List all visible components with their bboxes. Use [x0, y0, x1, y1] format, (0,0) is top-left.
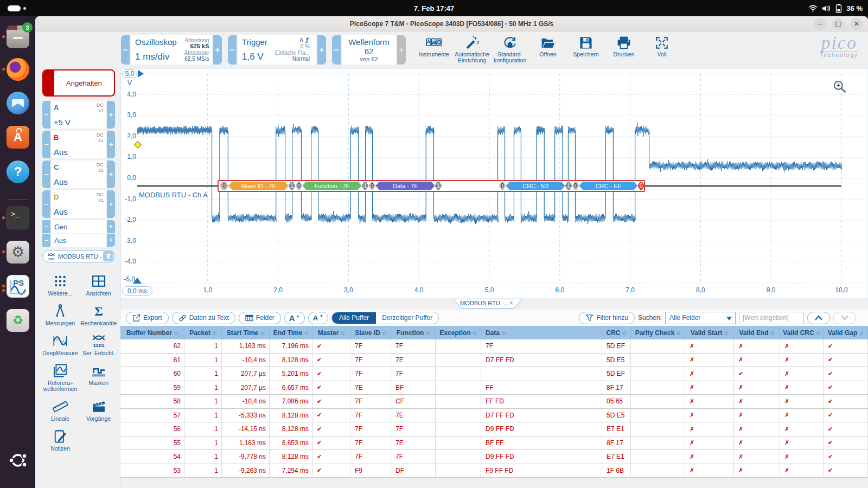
table-row[interactable]: 54 1 -9,778 ns 8,128 ms ✔ 7F 7F D9 FF FD… [120, 450, 868, 464]
timebase-value[interactable]: 1 ms/div [135, 52, 177, 62]
channel-minus-button[interactable]: − [42, 190, 50, 218]
trigger-time-marker-icon[interactable] [133, 278, 142, 284]
search-prev-button[interactable] [807, 312, 830, 324]
sidebar-tool-button[interactable]: Lineale [42, 399, 78, 422]
decoded-packet[interactable]: 0 [637, 182, 644, 190]
table-header-cell[interactable]: Start Time ◇ [222, 326, 270, 339]
gen-plus-button[interactable]: + [107, 220, 115, 233]
workspace-indicator[interactable] [8, 0, 26, 16]
decoder-chip[interactable]: MODBUS RTU - C [42, 250, 115, 262]
decoded-packet[interactable]: 1 [288, 182, 295, 190]
decoded-packet[interactable]: 0 [295, 182, 302, 190]
waveform-prev-button[interactable]: − [332, 35, 341, 65]
decoded-packet[interactable]: 0 [220, 182, 228, 190]
gen-state-minus-button[interactable]: − [42, 234, 50, 247]
zoom-tool-icon[interactable] [833, 80, 847, 94]
data-to-text-button[interactable]: Daten zu Text [172, 312, 235, 324]
decoded-packet[interactable]: 1 [435, 182, 442, 190]
generator-card[interactable]: − Gen + − Aus + [42, 220, 115, 247]
all-buffers-button[interactable]: Alle Puffer [332, 312, 376, 324]
table-header-cell[interactable]: Buffer Number ◇ [120, 326, 184, 339]
trigger-minus-button[interactable]: − [228, 35, 237, 65]
toolbar-action-button[interactable]: Speichern [567, 36, 605, 57]
table-header-cell[interactable]: Valid Start ◇ [685, 326, 734, 339]
channel-a-marker-icon[interactable] [138, 70, 144, 78]
maximize-button[interactable]: ▢ [832, 18, 844, 30]
close-button[interactable]: ✕ [851, 18, 863, 30]
table-header-cell[interactable]: Valid End ◇ [734, 326, 780, 339]
channel-minus-button[interactable]: − [42, 131, 50, 158]
channel-plus-button[interactable]: + [107, 101, 115, 129]
sidebar-tool-button[interactable]: Referenz-wellenformen [42, 363, 78, 392]
table-row[interactable]: 61 1 -10,4 ns 8,128 ms ✔ 7F 7E D7 FF FD … [120, 354, 868, 368]
dock-item-thunderbird[interactable] [7, 92, 29, 114]
scope-plus-button[interactable]: + [213, 35, 222, 65]
channel-plus-button[interactable]: + [107, 160, 115, 188]
dock-item-show-apps[interactable] [7, 449, 29, 472]
table-header-cell[interactable]: Exception ◇ [436, 326, 481, 339]
channel-range[interactable]: Aus [54, 177, 68, 187]
search-next-button[interactable] [833, 312, 856, 324]
table-row[interactable]: 57 1 -5,333 ns 8,128 ms ✔ 7F 7E D7 FF FD… [120, 409, 868, 423]
gen-minus-button[interactable]: − [42, 220, 50, 233]
channel-card[interactable]: − B DCx1 Aus + [42, 131, 115, 158]
decode-packet-band[interactable]: 0 Slave ID - 7F 1 0 [218, 180, 645, 192]
decoded-packet[interactable] [442, 182, 499, 190]
dock-item-settings[interactable]: ⚙ [7, 241, 29, 264]
table-row[interactable]: 58 1 -10,4 ns 7,086 ms ✔ 7F CF FF FD 05 … [120, 395, 868, 409]
toolbar-action-button[interactable]: Voll [643, 36, 681, 57]
decoded-packet[interactable]: Function - 7F [302, 182, 361, 190]
decoded-packet[interactable]: 0 [499, 182, 506, 190]
toolbar-action-button[interactable]: Automatische Einrichtung [453, 36, 491, 63]
dock-item-firefox[interactable] [7, 58, 29, 81]
dock-item-help[interactable]: ? [7, 160, 29, 183]
channel-range[interactable]: Aus [54, 207, 68, 216]
sidebar-tool-button[interactable]: Masken [80, 363, 117, 392]
dock-item-trash[interactable]: ♻ [7, 309, 29, 332]
toolbar-action-button[interactable]: Drucken [605, 36, 643, 57]
table-header-cell[interactable]: CRC ◇ [602, 326, 631, 339]
oscilloscope-panel[interactable]: − Oszilloskop 1 ms/div Abtastung 625 kS … [121, 35, 222, 65]
table-row[interactable]: 53 1 -9,263 ns 7,294 ms ✔ F9 DF F9 FF FD… [120, 464, 868, 478]
decoded-packet[interactable]: CRC - 5D [506, 182, 565, 190]
y-axis-top-handle[interactable]: 5,0 [122, 69, 137, 78]
channel-card[interactable]: − D DCx1 Aus + [42, 190, 115, 218]
sidebar-tool-button[interactable]: Messungen [42, 304, 78, 326]
scope-minus-button[interactable]: − [121, 35, 130, 65]
dock-item-picoscope[interactable]: PS [7, 275, 29, 298]
decoded-packet[interactable]: 0 [368, 182, 375, 190]
search-input[interactable] [739, 312, 804, 324]
decoded-packet[interactable]: CRC - EF [579, 182, 638, 190]
waveform-next-button[interactable]: + [397, 35, 406, 65]
channel-card[interactable]: − C DCx1 Aus + [42, 160, 115, 188]
waveform-panel[interactable]: − Wellenform 62 von 62 + [332, 35, 406, 65]
sidebar-tool-button[interactable]: Vorgänge [80, 399, 117, 422]
trigger-panel[interactable]: − Trigger 1,6 V A 0 % Einfache Fla.. [228, 35, 326, 65]
system-clock[interactable]: 7. Feb 17:47 [414, 4, 454, 12]
system-status-cluster[interactable]: 36 % [808, 0, 863, 16]
decoder-table-tab[interactable]: MODBUS RTU -... × [452, 299, 523, 309]
table-header-cell[interactable]: Function ◇ [391, 326, 436, 339]
table-row[interactable]: 59 1 207,7 µs 6,657 ms ✔ 7E BF FF 8F 17 … [120, 381, 868, 395]
table-row[interactable]: 60 1 207,7 µs 5,201 ms ✔ 7F 7F 5D EF ✗ ✔ [120, 367, 868, 381]
tab-close-icon[interactable]: × [509, 299, 513, 307]
channel-plus-button[interactable]: + [107, 190, 115, 218]
add-filter-button[interactable]: Filter hinzu [579, 312, 635, 324]
export-button[interactable]: Export [126, 312, 169, 324]
channel-range[interactable]: ±5 V [54, 118, 71, 127]
table-header-cell[interactable]: Data ◇ [481, 326, 602, 339]
minimize-button[interactable]: – [814, 18, 826, 30]
sidebar-tool-button[interactable]: Notizen [42, 429, 78, 452]
font-increase-button[interactable]: A▲ [284, 312, 305, 324]
sidebar-tool-button[interactable]: Rechenkanäle [80, 304, 117, 326]
table-header-cell[interactable]: Packet ◇ [184, 326, 222, 339]
sidebar-tool-button[interactable]: Ser. Entschl. [80, 333, 117, 356]
gen-state-plus-button[interactable]: + [107, 234, 115, 247]
table-row[interactable]: 56 1 -14,15 ns 8,128 ms ✔ 7F 7F D9 FF FD… [120, 422, 868, 436]
waveform-index[interactable]: 62 [365, 47, 374, 56]
table-header-cell[interactable]: Slave ID ◇ [350, 326, 391, 339]
font-decrease-button[interactable]: A▼ [308, 312, 328, 324]
toolbar-action-button[interactable]: Instrumente [415, 36, 453, 57]
table-row[interactable]: 55 1 1,163 ms 8,653 ms ✔ 7F 7E BF FF 8F … [120, 436, 868, 451]
gen-state[interactable]: Aus [51, 234, 106, 247]
